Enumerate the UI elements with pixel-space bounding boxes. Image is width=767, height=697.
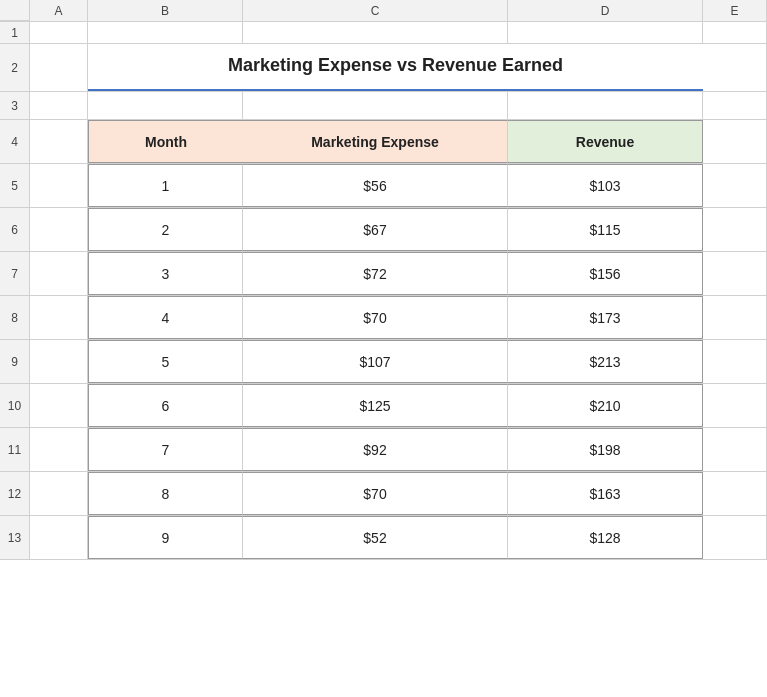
revenue-header-cell: Revenue <box>508 120 703 163</box>
cell-e8[interactable] <box>703 296 767 339</box>
col-header-c: C <box>243 0 508 21</box>
cell-c3[interactable] <box>243 92 508 119</box>
table-row-9: 9 5 $107 $213 <box>0 340 767 384</box>
row-1: 1 <box>0 22 767 44</box>
cell-e3[interactable] <box>703 92 767 119</box>
expense-header-cell: Marketing Expense <box>243 120 508 163</box>
row-num-10: 10 <box>0 384 30 427</box>
table-row-7: 7 3 $72 $156 <box>0 252 767 296</box>
cell-expense-6[interactable]: $67 <box>243 208 508 251</box>
table-header-row: 4 Month Marketing Expense Revenue <box>0 120 767 164</box>
cell-month-11[interactable]: 7 <box>88 428 243 471</box>
cell-revenue-10[interactable]: $210 <box>508 384 703 427</box>
table-row-6: 6 2 $67 $115 <box>0 208 767 252</box>
row-num-8: 8 <box>0 296 30 339</box>
cell-month-13[interactable]: 9 <box>88 516 243 559</box>
cell-e13[interactable] <box>703 516 767 559</box>
row-num-13: 13 <box>0 516 30 559</box>
col-header-e: E <box>703 0 767 21</box>
row-3: 3 <box>0 92 767 120</box>
cell-a8[interactable] <box>30 296 88 339</box>
cell-revenue-7[interactable]: $156 <box>508 252 703 295</box>
cell-month-9[interactable]: 5 <box>88 340 243 383</box>
cell-d1[interactable] <box>508 22 703 43</box>
cell-revenue-6[interactable]: $115 <box>508 208 703 251</box>
cell-revenue-8[interactable]: $173 <box>508 296 703 339</box>
row-num-12: 12 <box>0 472 30 515</box>
cell-revenue-13[interactable]: $128 <box>508 516 703 559</box>
row-num-1: 1 <box>0 22 30 43</box>
cell-a13[interactable] <box>30 516 88 559</box>
cell-expense-8[interactable]: $70 <box>243 296 508 339</box>
row-num-6: 6 <box>0 208 30 251</box>
corner-cell <box>0 0 30 21</box>
cell-expense-5[interactable]: $56 <box>243 164 508 207</box>
cell-month-7[interactable]: 3 <box>88 252 243 295</box>
cell-month-12[interactable]: 8 <box>88 472 243 515</box>
cell-month-6[interactable]: 2 <box>88 208 243 251</box>
cell-expense-13[interactable]: $52 <box>243 516 508 559</box>
cell-e1[interactable] <box>703 22 767 43</box>
month-header-cell: Month <box>88 120 243 163</box>
table-row-8: 8 4 $70 $173 <box>0 296 767 340</box>
cell-e2[interactable] <box>703 44 767 91</box>
cell-month-5[interactable]: 1 <box>88 164 243 207</box>
cell-d3[interactable] <box>508 92 703 119</box>
cell-a3[interactable] <box>30 92 88 119</box>
spreadsheet: A B C D E 1 2 Marketing Expense vs Reven… <box>0 0 767 697</box>
cell-revenue-11[interactable]: $198 <box>508 428 703 471</box>
cell-revenue-5[interactable]: $103 <box>508 164 703 207</box>
cell-a5[interactable] <box>30 164 88 207</box>
cell-expense-7[interactable]: $72 <box>243 252 508 295</box>
cell-e12[interactable] <box>703 472 767 515</box>
row-num-2: 2 <box>0 44 30 91</box>
cell-revenue-9[interactable]: $213 <box>508 340 703 383</box>
cell-a4[interactable] <box>30 120 88 163</box>
table-row-10: 10 6 $125 $210 <box>0 384 767 428</box>
cell-revenue-12[interactable]: $163 <box>508 472 703 515</box>
cell-e9[interactable] <box>703 340 767 383</box>
cell-month-8[interactable]: 4 <box>88 296 243 339</box>
table-row-12: 12 8 $70 $163 <box>0 472 767 516</box>
cell-expense-12[interactable]: $70 <box>243 472 508 515</box>
cell-expense-10[interactable]: $125 <box>243 384 508 427</box>
table-row-5: 5 1 $56 $103 <box>0 164 767 208</box>
cell-e7[interactable] <box>703 252 767 295</box>
cell-c1[interactable] <box>243 22 508 43</box>
cell-e11[interactable] <box>703 428 767 471</box>
cell-b1[interactable] <box>88 22 243 43</box>
cell-e5[interactable] <box>703 164 767 207</box>
row-num-5: 5 <box>0 164 30 207</box>
cell-month-10[interactable]: 6 <box>88 384 243 427</box>
cell-e10[interactable] <box>703 384 767 427</box>
col-header-b: B <box>88 0 243 21</box>
cell-a7[interactable] <box>30 252 88 295</box>
cell-e6[interactable] <box>703 208 767 251</box>
row-num-3: 3 <box>0 92 30 119</box>
cell-a1[interactable] <box>30 22 88 43</box>
row-num-7: 7 <box>0 252 30 295</box>
col-header-a: A <box>30 0 88 21</box>
row-num-9: 9 <box>0 340 30 383</box>
spreadsheet-title: Marketing Expense vs Revenue Earned <box>88 44 703 91</box>
cell-a11[interactable] <box>30 428 88 471</box>
cell-b3[interactable] <box>88 92 243 119</box>
cell-expense-9[interactable]: $107 <box>243 340 508 383</box>
cell-a10[interactable] <box>30 384 88 427</box>
column-header-row: A B C D E <box>0 0 767 22</box>
row-2-title: 2 Marketing Expense vs Revenue Earned <box>0 44 767 92</box>
data-rows: 5 1 $56 $103 6 2 $67 $115 7 3 $72 $156 8… <box>0 164 767 560</box>
cell-expense-11[interactable]: $92 <box>243 428 508 471</box>
table-row-11: 11 7 $92 $198 <box>0 428 767 472</box>
col-header-d: D <box>508 0 703 21</box>
cell-a6[interactable] <box>30 208 88 251</box>
cell-a2[interactable] <box>30 44 88 91</box>
cell-a12[interactable] <box>30 472 88 515</box>
row-num-11: 11 <box>0 428 30 471</box>
row-num-4: 4 <box>0 120 30 163</box>
cell-e4[interactable] <box>703 120 767 163</box>
table-row-13: 13 9 $52 $128 <box>0 516 767 560</box>
cell-a9[interactable] <box>30 340 88 383</box>
